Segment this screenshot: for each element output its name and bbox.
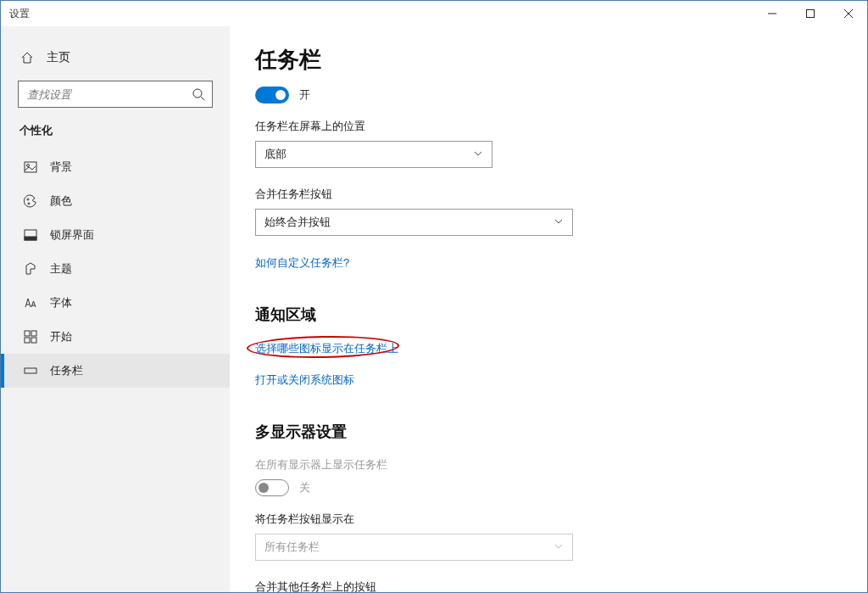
svg-rect-14 <box>25 338 30 343</box>
position-value: 底部 <box>264 147 287 162</box>
section-title: 个性化 <box>1 123 230 150</box>
nav-themes[interactable]: 主题 <box>1 252 230 286</box>
close-button[interactable] <box>829 1 867 26</box>
system-icons-link[interactable]: 打开或关闭系统图标 <box>255 372 354 388</box>
home-icon <box>19 50 35 65</box>
nav-taskbar[interactable]: 任务栏 <box>1 354 230 388</box>
svg-rect-12 <box>25 331 30 336</box>
where-label: 将任务栏按钮显示在 <box>255 512 842 527</box>
where-value: 所有任务栏 <box>264 540 320 555</box>
nav-label: 背景 <box>50 159 72 175</box>
svg-point-7 <box>27 165 30 167</box>
page-title: 任务栏 <box>255 45 842 75</box>
toggle-on-label: 开 <box>299 87 310 103</box>
chevron-down-icon <box>554 541 564 554</box>
svg-rect-15 <box>31 338 36 343</box>
window-buttons <box>753 1 867 26</box>
taskbar-icon <box>23 363 38 378</box>
show-all-label: 在所有显示器上显示任务栏 <box>255 457 842 473</box>
home-label: 主页 <box>47 50 70 65</box>
chevron-down-icon <box>473 148 483 161</box>
svg-point-8 <box>27 199 29 200</box>
search-icon <box>185 87 212 101</box>
nav-label: 主题 <box>50 261 72 277</box>
customize-link[interactable]: 如何自定义任务栏? <box>255 255 349 271</box>
svg-rect-1 <box>806 10 814 18</box>
picture-icon <box>23 159 38 175</box>
nav-label: 颜色 <box>50 193 72 209</box>
svg-rect-16 <box>25 368 36 373</box>
palette-icon <box>23 193 38 209</box>
taskbar-toggle-row: 开 <box>255 87 842 103</box>
combine-other-label: 合并其他任务栏上的按钮 <box>255 579 842 592</box>
nav-label: 开始 <box>50 329 72 344</box>
svg-rect-11 <box>25 237 36 240</box>
position-label: 任务栏在屏幕上的位置 <box>255 119 842 134</box>
nav-label: 字体 <box>50 295 72 310</box>
combine-label: 合并任务栏按钮 <box>255 187 842 202</box>
toggle-off-label: 关 <box>299 480 310 495</box>
font-icon <box>23 295 38 310</box>
position-select[interactable]: 底部 <box>255 141 492 168</box>
minimize-button[interactable] <box>753 1 791 26</box>
nav-fonts[interactable]: 字体 <box>1 286 230 320</box>
notification-heading: 通知区域 <box>255 305 842 325</box>
titlebar: 设置 <box>1 1 867 26</box>
search-box[interactable] <box>18 81 213 108</box>
multi-toggle-row: 关 <box>255 479 842 496</box>
combine-value: 始终合并按钮 <box>264 215 331 230</box>
home-nav[interactable]: 主页 <box>1 43 230 72</box>
lockscreen-icon <box>23 227 38 243</box>
svg-rect-13 <box>31 331 36 336</box>
svg-point-4 <box>193 89 202 98</box>
svg-line-5 <box>201 97 204 100</box>
multi-heading: 多显示器设置 <box>255 422 842 442</box>
nav-background[interactable]: 背景 <box>1 150 230 184</box>
nav-start[interactable]: 开始 <box>1 320 230 354</box>
where-select: 所有任务栏 <box>255 534 573 561</box>
search-container <box>1 72 230 123</box>
nav-label: 锁屏界面 <box>50 227 94 243</box>
content-area: 任务栏 开 任务栏在屏幕上的位置 底部 合并任务栏按钮 始终合并按钮 如何自定义… <box>230 26 867 592</box>
theme-icon <box>23 261 38 277</box>
nav-colors[interactable]: 颜色 <box>1 184 230 218</box>
start-icon <box>23 329 38 344</box>
search-input[interactable] <box>19 81 185 107</box>
taskbar-toggle[interactable] <box>255 87 289 103</box>
combine-select[interactable]: 始终合并按钮 <box>255 209 573 236</box>
select-icons-link[interactable]: 选择哪些图标显示在任务栏上 <box>255 341 398 356</box>
maximize-button[interactable] <box>791 1 829 26</box>
nav-label: 任务栏 <box>50 363 83 378</box>
multi-toggle[interactable] <box>255 479 289 496</box>
svg-point-9 <box>28 203 30 204</box>
nav-lockscreen[interactable]: 锁屏界面 <box>1 218 230 252</box>
sidebar: 主页 个性化 背景 颜色 锁屏界面 <box>1 26 230 592</box>
chevron-down-icon <box>554 216 564 229</box>
window-title: 设置 <box>1 7 30 21</box>
